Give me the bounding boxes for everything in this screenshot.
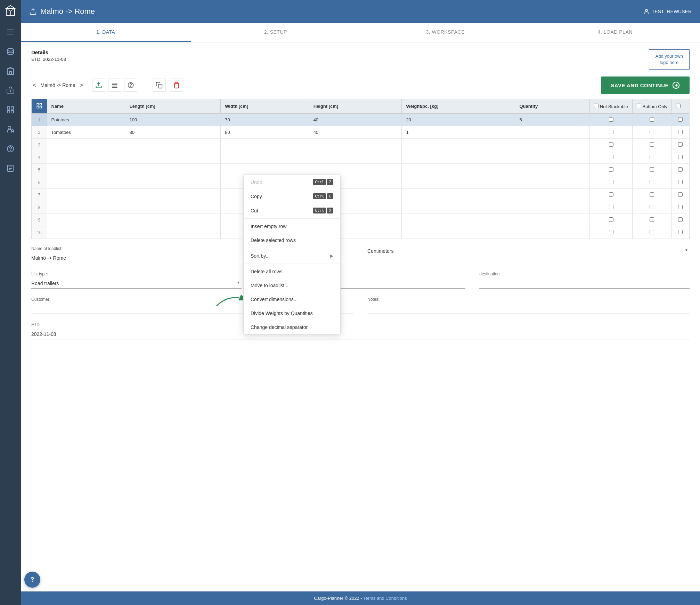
extra-checkbox[interactable]	[678, 217, 683, 222]
list-button[interactable]	[108, 79, 121, 92]
sidebar-item-grid[interactable]	[0, 100, 21, 120]
quantity-cell[interactable]	[515, 201, 590, 214]
height-cell[interactable]	[309, 139, 402, 151]
bottom-only-checkbox[interactable]	[650, 130, 654, 134]
delete-button[interactable]	[170, 79, 183, 92]
length-cell[interactable]	[125, 226, 221, 239]
not-stackable-checkbox[interactable]	[609, 217, 613, 222]
width-cell[interactable]	[221, 139, 309, 151]
list-type-select[interactable]: Road trailers Sea containers Air freight	[31, 279, 242, 289]
width-cell[interactable]: 70	[221, 114, 309, 126]
sidebar-item-help[interactable]	[0, 139, 21, 159]
extra-checkbox[interactable]	[678, 142, 683, 147]
units-select[interactable]: Centimeters Inches Millimeters	[367, 246, 690, 256]
length-cell[interactable]	[125, 189, 221, 201]
table-row[interactable]: 3	[32, 139, 689, 151]
quantity-cell[interactable]	[515, 214, 590, 226]
quantity-cell[interactable]	[515, 226, 590, 239]
upload-button[interactable]	[92, 79, 105, 92]
tab-data[interactable]: 1. DATA	[21, 23, 191, 42]
bottom-only-checkbox[interactable]	[650, 205, 654, 209]
table-row[interactable]: 1Potatoes1007040205	[32, 114, 689, 126]
length-cell[interactable]	[125, 176, 221, 189]
height-cell[interactable]: 40	[309, 126, 402, 139]
sidebar-item-database[interactable]	[0, 42, 21, 61]
weight-cell[interactable]: 1	[402, 126, 515, 139]
table-row[interactable]: 10	[32, 226, 689, 239]
context-menu-delete-rows[interactable]: Delete selected rows	[244, 233, 340, 247]
length-cell[interactable]	[125, 201, 221, 214]
height-cell[interactable]: 40	[309, 114, 402, 126]
width-cell[interactable]	[221, 151, 309, 164]
extra-checkbox[interactable]	[678, 180, 683, 184]
notes-input[interactable]	[367, 304, 690, 314]
length-cell[interactable]: 80	[125, 126, 221, 139]
bottom-only-checkbox[interactable]	[650, 142, 654, 147]
add-logo-button[interactable]: Add your ownlogo here	[649, 49, 690, 70]
name-cell[interactable]	[47, 176, 125, 189]
quantity-cell[interactable]: 5	[515, 114, 590, 126]
weight-cell[interactable]: 20	[402, 114, 515, 126]
quantity-cell[interactable]	[515, 189, 590, 201]
weight-cell[interactable]	[402, 139, 515, 151]
not-stackable-checkbox[interactable]	[609, 117, 613, 122]
sidebar-item-building[interactable]	[0, 61, 21, 81]
not-stackable-checkbox[interactable]	[609, 230, 613, 234]
sidebar-item-cargo[interactable]	[0, 81, 21, 100]
bottom-only-checkbox[interactable]	[650, 180, 654, 184]
bottom-only-checkbox[interactable]	[650, 167, 654, 172]
name-cell[interactable]	[47, 214, 125, 226]
table-row[interactable]: 6	[32, 176, 689, 189]
length-cell[interactable]: 100	[125, 114, 221, 126]
extra-checkbox[interactable]	[678, 167, 683, 172]
bottom-only-checkbox[interactable]	[650, 155, 654, 159]
quantity-cell[interactable]	[515, 164, 590, 176]
extra-checkbox[interactable]	[678, 117, 683, 122]
weight-cell[interactable]	[402, 201, 515, 214]
extra-header-checkbox[interactable]	[676, 104, 681, 108]
name-cell[interactable]	[47, 151, 125, 164]
sidebar-item-report[interactable]	[0, 159, 21, 178]
bottom-only-header-checkbox[interactable]	[637, 104, 641, 108]
weight-cell[interactable]	[402, 151, 515, 164]
length-cell[interactable]	[125, 151, 221, 164]
table-row[interactable]: 2Tomatoes8080401	[32, 126, 689, 139]
tab-load-plan[interactable]: 4. LOAD PLAN	[530, 23, 700, 42]
context-menu-move-loadlist[interactable]: Move to loadlist...	[244, 279, 340, 292]
destination-input[interactable]	[479, 279, 690, 289]
context-menu-undo[interactable]: Undo Ctrl Z	[244, 175, 340, 189]
prev-button[interactable]: <	[31, 80, 38, 90]
length-cell[interactable]	[125, 214, 221, 226]
quantity-cell[interactable]	[515, 139, 590, 151]
weight-cell[interactable]	[402, 176, 515, 189]
bottom-only-checkbox[interactable]	[650, 192, 654, 197]
name-cell[interactable]	[47, 201, 125, 214]
not-stackable-header-checkbox[interactable]	[594, 104, 599, 108]
extra-checkbox[interactable]	[678, 205, 683, 209]
bottom-only-checkbox[interactable]	[650, 117, 654, 122]
name-cell[interactable]	[47, 164, 125, 176]
context-menu-cut[interactable]: Cut Ctrl X	[244, 203, 340, 218]
bottom-only-checkbox[interactable]	[650, 217, 654, 222]
sidebar-item-users[interactable]	[0, 120, 21, 139]
name-cell[interactable]: Tomatoes	[47, 126, 125, 139]
table-row[interactable]: 8	[32, 201, 689, 214]
weight-cell[interactable]	[402, 214, 515, 226]
table-row[interactable]: 5	[32, 164, 689, 176]
sidebar-item-menu[interactable]	[0, 22, 21, 42]
quantity-cell[interactable]	[515, 151, 590, 164]
table-row[interactable]: 9	[32, 214, 689, 226]
width-cell[interactable]: 80	[221, 126, 309, 139]
help-button[interactable]	[124, 79, 137, 92]
name-cell[interactable]	[47, 189, 125, 201]
help-circle-button[interactable]: ?	[24, 572, 40, 588]
extra-checkbox[interactable]	[678, 155, 683, 159]
height-cell[interactable]	[309, 151, 402, 164]
name-cell[interactable]: Potatoes	[47, 114, 125, 126]
name-cell[interactable]	[47, 139, 125, 151]
context-menu-divide-weights[interactable]: Divide Weights by Quantities	[244, 306, 340, 320]
save-continue-button[interactable]: SAVE AND CONTINUE	[601, 76, 690, 94]
tab-workspace[interactable]: 3. WORKSPACE	[360, 23, 530, 42]
extra-checkbox[interactable]	[678, 230, 683, 234]
next-button[interactable]: >	[78, 80, 84, 90]
